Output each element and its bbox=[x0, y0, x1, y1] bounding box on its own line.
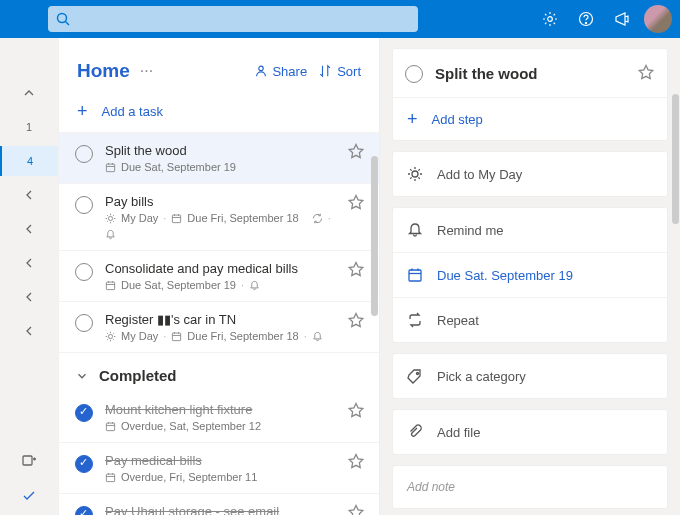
task-meta: My Day·Due Fri, September 18 · bbox=[105, 212, 335, 240]
star-button[interactable] bbox=[347, 312, 365, 330]
tag-icon bbox=[407, 368, 423, 384]
detail-title-card: Split the wood + Add step bbox=[392, 48, 668, 141]
task-row[interactable]: Consolidate and pay medical bills Due Sa… bbox=[59, 251, 379, 302]
task-row[interactable]: Mount kitchen light fixture Overdue, Sat… bbox=[59, 392, 379, 443]
announcements-button[interactable] bbox=[608, 5, 636, 33]
completed-section-toggle[interactable]: Completed bbox=[59, 353, 379, 392]
gear-icon bbox=[542, 11, 558, 27]
scrollbar[interactable] bbox=[371, 156, 378, 316]
detail-category-card: Pick a category bbox=[392, 353, 668, 399]
star-button[interactable] bbox=[347, 194, 365, 212]
complete-toggle[interactable] bbox=[75, 506, 93, 515]
chevron-left-icon bbox=[21, 255, 37, 271]
star-button[interactable] bbox=[347, 402, 365, 420]
rail-check[interactable] bbox=[0, 481, 58, 511]
calendar-icon bbox=[105, 280, 116, 291]
task-row[interactable]: Pay Uhaul storage - see email Overdue, W… bbox=[59, 494, 379, 515]
add-to-myday-button[interactable]: Add to My Day bbox=[393, 152, 667, 196]
star-button[interactable] bbox=[347, 261, 365, 279]
task-row[interactable]: Split the wood Due Sat, September 19 bbox=[59, 133, 379, 184]
bell-icon bbox=[312, 331, 323, 342]
note-input[interactable]: Add note bbox=[392, 465, 668, 509]
rail-nav-3[interactable] bbox=[0, 248, 58, 278]
add-task-label: Add a task bbox=[102, 104, 163, 119]
task-meta: Due Sat, September 19 bbox=[105, 161, 335, 173]
repeat-button[interactable]: Repeat bbox=[393, 297, 667, 342]
calendar-icon bbox=[105, 472, 116, 483]
task-title: Register ▮▮'s car in TN bbox=[105, 312, 335, 327]
sun-icon bbox=[105, 213, 116, 224]
task-title: Pay bills bbox=[105, 194, 335, 209]
tasks-panel: Home ··· Share Sort + Add a task Split t… bbox=[58, 38, 380, 515]
calendar-icon bbox=[171, 331, 182, 342]
list-options-button[interactable]: ··· bbox=[140, 62, 153, 80]
chevron-left-icon bbox=[21, 289, 37, 305]
bell-icon bbox=[249, 280, 260, 291]
star-button[interactable] bbox=[347, 143, 365, 161]
category-button[interactable]: Pick a category bbox=[393, 354, 667, 398]
page-title: Home bbox=[77, 60, 130, 82]
task-title: Split the wood bbox=[105, 143, 335, 158]
complete-toggle[interactable] bbox=[75, 145, 93, 163]
repeat-icon bbox=[407, 312, 423, 328]
tasks-header: Home ··· Share Sort bbox=[59, 38, 379, 92]
recurring-icon bbox=[312, 213, 323, 224]
task-row[interactable]: Pay medical bills Overdue, Fri, Septembe… bbox=[59, 443, 379, 494]
complete-toggle[interactable] bbox=[75, 455, 93, 473]
plus-icon: + bbox=[77, 102, 88, 120]
chevron-left-icon bbox=[21, 323, 37, 339]
complete-toggle[interactable] bbox=[405, 65, 423, 83]
complete-toggle[interactable] bbox=[75, 263, 93, 281]
detail-title[interactable]: Split the wood bbox=[435, 65, 625, 82]
rail-nav-2[interactable] bbox=[0, 214, 58, 244]
left-rail: 1 4 bbox=[0, 38, 58, 515]
star-button[interactable] bbox=[637, 64, 655, 82]
task-row[interactable]: Register ▮▮'s car in TN My Day·Due Fri, … bbox=[59, 302, 379, 353]
add-step-button[interactable]: + Add step bbox=[393, 97, 667, 140]
rail-badge-4[interactable]: 4 bbox=[0, 146, 58, 176]
search-box[interactable] bbox=[48, 6, 418, 32]
chevron-down-icon bbox=[75, 369, 89, 383]
remind-me-button[interactable]: Remind me bbox=[393, 208, 667, 252]
chevron-left-icon bbox=[21, 221, 37, 237]
rail-collapse[interactable] bbox=[0, 78, 58, 108]
task-row[interactable]: Pay bills My Day·Due Fri, September 18 · bbox=[59, 184, 379, 251]
task-meta: Overdue, Fri, September 11 bbox=[105, 471, 335, 483]
star-button[interactable] bbox=[347, 453, 365, 471]
task-title: Pay Uhaul storage - see email bbox=[105, 504, 335, 515]
detail-myday-card: Add to My Day bbox=[392, 151, 668, 197]
help-button[interactable] bbox=[572, 5, 600, 33]
rail-nav-1[interactable] bbox=[0, 180, 58, 210]
complete-toggle[interactable] bbox=[75, 404, 93, 422]
share-button[interactable]: Share bbox=[254, 64, 307, 79]
add-file-button[interactable]: Add file bbox=[393, 410, 667, 454]
star-button[interactable] bbox=[347, 504, 365, 515]
attachment-icon bbox=[407, 424, 423, 440]
person-icon bbox=[254, 64, 268, 78]
search-input[interactable] bbox=[76, 12, 410, 27]
calendar-icon bbox=[105, 421, 116, 432]
complete-toggle[interactable] bbox=[75, 196, 93, 214]
avatar[interactable] bbox=[644, 5, 672, 33]
complete-toggle[interactable] bbox=[75, 314, 93, 332]
plus-icon: + bbox=[407, 110, 418, 128]
task-meta: Due Sat, September 19· bbox=[105, 279, 335, 291]
detail-schedule-card: Remind me Due Sat. September 19 Repeat bbox=[392, 207, 668, 343]
rail-badge-1[interactable]: 1 bbox=[0, 112, 58, 142]
new-list-button[interactable] bbox=[0, 447, 58, 477]
calendar-icon bbox=[407, 267, 423, 283]
due-date-button[interactable]: Due Sat. September 19 bbox=[393, 252, 667, 297]
sort-button[interactable]: Sort bbox=[319, 64, 361, 79]
rail-nav-5[interactable] bbox=[0, 316, 58, 346]
task-meta: My Day·Due Fri, September 18· bbox=[105, 330, 335, 342]
help-icon bbox=[578, 11, 594, 27]
rail-nav-4[interactable] bbox=[0, 282, 58, 312]
megaphone-icon bbox=[614, 11, 630, 27]
detail-file-card: Add file bbox=[392, 409, 668, 455]
chevron-up-icon bbox=[21, 85, 37, 101]
sort-icon bbox=[319, 64, 333, 78]
settings-button[interactable] bbox=[536, 5, 564, 33]
add-task-input[interactable]: + Add a task bbox=[59, 92, 379, 133]
scrollbar[interactable] bbox=[672, 94, 679, 224]
topbar bbox=[0, 0, 680, 38]
